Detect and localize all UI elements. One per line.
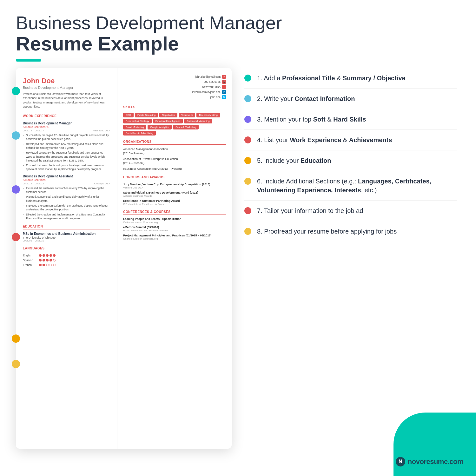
side-dot-1 bbox=[12, 87, 20, 95]
job-1-bullet-4: Ensured that new clients will grow into … bbox=[23, 163, 110, 171]
resume-left-col: John Doe Business Development Manager Pr… bbox=[16, 68, 117, 449]
lang-english: English bbox=[23, 254, 110, 257]
side-dot-5 bbox=[12, 334, 20, 343]
conf-3-title: Project Management Principles and Practi… bbox=[123, 234, 226, 237]
org-3: eBusiness Association (eBA) (2013 – Pres… bbox=[123, 167, 226, 171]
tip-5-dot bbox=[244, 157, 251, 164]
org-1: American Management Association(2015 – P… bbox=[123, 147, 226, 155]
job-2-company: AirState Solutions bbox=[23, 178, 110, 182]
skills-section-title: SKILLS bbox=[123, 105, 226, 110]
tip-2-dot bbox=[244, 95, 251, 102]
page-wrapper: Business Development Manager Resume Exam… bbox=[0, 0, 476, 476]
content-area: John Doe Business Development Manager Pr… bbox=[16, 68, 460, 455]
job-2-bullet-4: Directed the creation and implementation… bbox=[23, 213, 110, 221]
side-dot-4 bbox=[12, 233, 20, 241]
branding: N novoresume.com bbox=[396, 457, 463, 466]
award-1-title: Jury Member, Venture Cup Entrepreneurshi… bbox=[123, 183, 226, 186]
education-title: EDUCATION bbox=[23, 225, 110, 229]
work-exp-title: WORK EXPERIENCE bbox=[23, 114, 110, 119]
header-title-line2: Resume Example bbox=[16, 33, 460, 55]
resume-card: John Doe Business Development Manager Pr… bbox=[16, 68, 232, 449]
tip-2: 2. Write your Contact Information bbox=[244, 89, 457, 109]
tip-1-dot bbox=[244, 75, 251, 82]
side-dot-2 bbox=[12, 131, 20, 140]
languages-title: LANGUAGES bbox=[23, 247, 110, 251]
job-1-title: Business Development Manager bbox=[23, 122, 110, 125]
job-1-dates: 09/2014 – 06/2017 New York, USA bbox=[23, 129, 110, 132]
header-title-line1: Business Development Manager bbox=[16, 13, 460, 33]
edu-school: The University of Chicago bbox=[23, 236, 110, 239]
contact-info: john.doe@gmail.com ✉ 202-555-0166 📞 New … bbox=[123, 75, 226, 99]
org-2: Association of Private Enterprise Educat… bbox=[123, 157, 226, 165]
award-1-org: Venture Cup USA bbox=[123, 186, 226, 189]
conf-2-title: eMetrics Summit (09/2016) bbox=[123, 226, 226, 229]
job-2-bullet-2: Planned, supervised, and coordinated dai… bbox=[23, 195, 110, 203]
resume-inner: John Doe Business Development Manager Pr… bbox=[16, 68, 232, 449]
conf-1-sub: Online course on Coursera.org bbox=[123, 221, 226, 224]
job-2-title: Business Development Assistant bbox=[23, 175, 110, 178]
job-1-company: AirState Solutions ✎ bbox=[23, 125, 110, 129]
tip-4-dot bbox=[244, 136, 251, 143]
job-1-bullet-1: Successfully managed $2 - 3 million budg… bbox=[23, 133, 110, 141]
brand-logo-icon: N bbox=[396, 457, 405, 466]
resume-card-wrapper: John Doe Business Development Manager Pr… bbox=[16, 68, 232, 455]
tip-8-dot bbox=[244, 228, 251, 235]
conf-2-sub: Rising Media, Inc. and eMetrics Summit bbox=[123, 229, 226, 232]
tip-5: 5. Include your Education bbox=[244, 150, 457, 171]
tip-5-text: 5. Include your Education bbox=[257, 156, 331, 165]
side-dot-3 bbox=[12, 185, 20, 194]
edu-dates: 09/2008 – 06/2010 bbox=[23, 239, 110, 242]
lang-spanish: Spanish bbox=[23, 259, 110, 262]
tip-3-dot bbox=[244, 116, 251, 123]
award-3-title: Excellence in Customer Partnering Award bbox=[123, 199, 226, 202]
edu-degree: MSc in Economics and Business Administra… bbox=[23, 232, 110, 235]
job-2-bullet-3: Improved the communication with the Mark… bbox=[23, 204, 110, 212]
tip-7-dot bbox=[244, 207, 251, 214]
resume-right-col: john.doe@gmail.com ✉ 202-555-0166 📞 New … bbox=[117, 68, 232, 449]
teal-corner-decoration bbox=[393, 413, 476, 476]
contact-skype: john.doe S bbox=[123, 95, 226, 99]
resume-job-title: Business Development Manager bbox=[23, 86, 110, 89]
job-2-bullet-1: Increased the customer satisfaction rate… bbox=[23, 186, 110, 194]
tip-4-text: 4. List your Work Experience & Achieveme… bbox=[257, 136, 392, 144]
conferences-title: CONFERENCES & COURSES bbox=[123, 210, 226, 215]
award-2-title: Sales Individual & Business Development … bbox=[123, 191, 226, 194]
teal-bar bbox=[16, 59, 41, 62]
job-1: Business Development Manager AirState So… bbox=[23, 122, 110, 171]
tip-6-text: 6. Include Additional Sections (e.g.: La… bbox=[257, 177, 457, 195]
resume-name: John Doe bbox=[23, 77, 110, 85]
award-3-org: IES - Institute of Excellence in Sales bbox=[123, 203, 226, 206]
honours-title: HONOURS AND AWARDS bbox=[123, 175, 226, 180]
skill-tags: SEO Public Speaking Negotiation Teamwork… bbox=[123, 113, 226, 136]
tip-7: 7. Tailor your information to the job ad bbox=[244, 201, 457, 221]
lang-french: French bbox=[23, 263, 110, 267]
job-2: Business Development Assistant AirState … bbox=[23, 175, 110, 221]
tip-8: 8. Proofread your resume before applying… bbox=[244, 221, 457, 241]
header: Business Development Manager Resume Exam… bbox=[16, 13, 460, 62]
conf-3-sub: Online course on Coursera.org bbox=[123, 237, 226, 240]
job-1-bullet-3: Reviewed constantly the customer feedbac… bbox=[23, 151, 110, 162]
conf-1-title: Leading People and Teams - Specializatio… bbox=[123, 217, 226, 221]
orgs-title: ORGANIZATIONS bbox=[123, 140, 226, 145]
tip-6: 6. Include Additional Sections (e.g.: La… bbox=[244, 171, 457, 201]
contact-phone: 202-555-0166 📞 bbox=[123, 80, 226, 84]
resume-summary: Professional Business Developer with mor… bbox=[23, 92, 110, 109]
job-2-dates: 08/2012 – 09/2014 Chicago, USA bbox=[23, 182, 110, 185]
tip-3-text: 3. Mention your top Soft & Hard Skills bbox=[257, 115, 366, 124]
tip-3: 3. Mention your top Soft & Hard Skills bbox=[244, 109, 457, 130]
job-1-bullet-2: Developed and implemented new marketing … bbox=[23, 142, 110, 150]
award-2-org: AirState Business Awards bbox=[123, 195, 226, 197]
contact-location: New York, USA 📍 bbox=[123, 85, 226, 89]
tip-4: 4. List your Work Experience & Achieveme… bbox=[244, 130, 457, 150]
tips-panel: 1. Add a Professional Title & Summary / … bbox=[241, 68, 460, 455]
tip-1-text: 1. Add a Professional Title & Summary / … bbox=[257, 74, 406, 83]
tip-7-text: 7. Tailor your information to the job ad bbox=[257, 206, 363, 215]
side-dot-6 bbox=[12, 360, 20, 368]
tip-2-text: 2. Write your Contact Information bbox=[257, 94, 355, 103]
tip-8-text: 8. Proofread your resume before applying… bbox=[257, 227, 397, 236]
brand-name: novoresume.com bbox=[408, 458, 463, 466]
tip-1: 1. Add a Professional Title & Summary / … bbox=[244, 68, 457, 89]
contact-email: john.doe@gmail.com ✉ bbox=[123, 75, 226, 79]
tip-6-dot bbox=[244, 178, 251, 185]
contact-linkedin: linkedin.com/in/john.doe in bbox=[123, 90, 226, 94]
